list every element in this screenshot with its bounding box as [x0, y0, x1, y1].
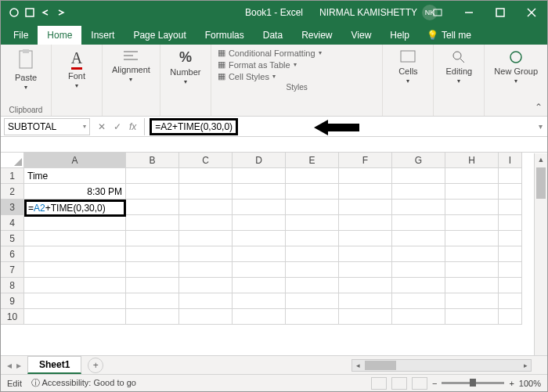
cell-E2[interactable]	[286, 184, 339, 200]
cell-D10[interactable]	[233, 309, 286, 325]
cell-F3[interactable]	[339, 200, 392, 215]
row-header-2[interactable]: 2	[1, 184, 24, 200]
fx-icon[interactable]: fx	[129, 121, 136, 132]
cell-A8[interactable]	[24, 278, 126, 293]
tab-data[interactable]: Data	[254, 26, 292, 45]
cell-A1[interactable]: Time	[24, 168, 126, 184]
cell-H4[interactable]	[445, 215, 499, 231]
cell-F8[interactable]	[339, 278, 392, 293]
cell-E10[interactable]	[286, 309, 339, 325]
expand-formula-bar-icon[interactable]: ▾	[539, 122, 543, 131]
scroll-left-icon[interactable]: ◂	[352, 361, 363, 369]
cell-B10[interactable]	[126, 309, 179, 325]
col-header-D[interactable]: D	[233, 153, 286, 168]
cell-C1[interactable]	[179, 168, 233, 184]
cell-A2[interactable]: 8:30 PM	[24, 184, 126, 200]
page-layout-view-button[interactable]	[391, 377, 407, 390]
cell-A3-editing[interactable]: =A2+TIME(0,30,0)	[24, 200, 126, 217]
tab-help[interactable]: Help	[380, 26, 419, 45]
cell-F10[interactable]	[339, 309, 392, 325]
cell-C9[interactable]	[179, 293, 233, 309]
cell-I10[interactable]	[499, 309, 522, 325]
enter-icon[interactable]: ✓	[114, 121, 121, 132]
tab-review[interactable]: Review	[292, 26, 341, 45]
cell-B1[interactable]	[126, 168, 179, 184]
cell-E3[interactable]	[286, 200, 339, 215]
cell-E5[interactable]	[286, 231, 339, 246]
col-header-G[interactable]: G	[392, 153, 445, 168]
cell-F2[interactable]	[339, 184, 392, 200]
cell-I1[interactable]	[499, 168, 522, 184]
close-button[interactable]	[516, 1, 547, 24]
cell-B4[interactable]	[126, 215, 179, 231]
cell-F6[interactable]	[339, 246, 392, 262]
tab-view[interactable]: View	[342, 26, 381, 45]
cell-G9[interactable]	[392, 293, 445, 309]
cell-H1[interactable]	[445, 168, 499, 184]
cell-B5[interactable]	[126, 231, 179, 246]
cell-B9[interactable]	[126, 293, 179, 309]
col-header-C[interactable]: C	[179, 153, 233, 168]
cell-E6[interactable]	[286, 246, 339, 262]
zoom-level[interactable]: 100%	[519, 379, 541, 388]
zoom-slider[interactable]	[442, 382, 504, 384]
maximize-button[interactable]	[485, 1, 516, 24]
cell-G5[interactable]	[392, 231, 445, 246]
format-as-table-button[interactable]: ▦Format as Table ▾	[218, 59, 376, 70]
cell-D6[interactable]	[233, 246, 286, 262]
cell-F1[interactable]	[339, 168, 392, 184]
cell-A7[interactable]	[24, 262, 126, 278]
accessibility-status[interactable]: ⓘ Accessibility: Good to go	[31, 377, 136, 389]
col-header-F[interactable]: F	[339, 153, 392, 168]
conditional-formatting-button[interactable]: ▦Conditional Formatting ▾	[218, 48, 376, 58]
prev-sheet-icon[interactable]: ◂	[7, 360, 12, 371]
cell-B8[interactable]	[126, 278, 179, 293]
cell-D5[interactable]	[233, 231, 286, 246]
zoom-out-button[interactable]: −	[432, 379, 437, 388]
redo-icon[interactable]	[54, 5, 68, 20]
cell-H9[interactable]	[445, 293, 499, 309]
undo-icon[interactable]	[38, 5, 52, 20]
row-header-5[interactable]: 5	[1, 231, 24, 246]
cell-B7[interactable]	[126, 262, 179, 278]
cell-H5[interactable]	[445, 231, 499, 246]
cell-E1[interactable]	[286, 168, 339, 184]
cell-G2[interactable]	[392, 184, 445, 200]
cell-D7[interactable]	[233, 262, 286, 278]
cell-G6[interactable]	[392, 246, 445, 262]
add-sheet-button[interactable]: +	[88, 358, 103, 373]
hscroll-thumb[interactable]	[365, 361, 396, 370]
cell-H10[interactable]	[445, 309, 499, 325]
col-header-I[interactable]: I	[499, 153, 522, 168]
cell-D1[interactable]	[233, 168, 286, 184]
row-header-9[interactable]: 9	[1, 293, 24, 309]
tell-me[interactable]: 💡 Tell me	[419, 26, 479, 45]
cell-E4[interactable]	[286, 215, 339, 231]
collapse-ribbon-icon[interactable]: ⌃	[535, 102, 543, 113]
cell-I4[interactable]	[499, 215, 522, 231]
cell-F9[interactable]	[339, 293, 392, 309]
cell-H2[interactable]	[445, 184, 499, 200]
select-all-button[interactable]	[1, 153, 24, 168]
save-icon[interactable]	[23, 5, 37, 20]
cell-G1[interactable]	[392, 168, 445, 184]
row-header-10[interactable]: 10	[1, 309, 24, 325]
cell-C4[interactable]	[179, 215, 233, 231]
cell-G3[interactable]	[392, 200, 445, 215]
cell-F7[interactable]	[339, 262, 392, 278]
row-header-3[interactable]: 3	[1, 200, 24, 215]
cell-E9[interactable]	[286, 293, 339, 309]
ribbon-options-button[interactable]	[422, 1, 453, 24]
cell-E7[interactable]	[286, 262, 339, 278]
cell-H3[interactable]	[445, 200, 499, 215]
cell-G4[interactable]	[392, 215, 445, 231]
cell-C7[interactable]	[179, 262, 233, 278]
sheet-nav[interactable]: ◂ ▸	[1, 360, 27, 371]
cell-D8[interactable]	[233, 278, 286, 293]
cell-D3[interactable]	[233, 200, 286, 215]
cell-E8[interactable]	[286, 278, 339, 293]
row-header-8[interactable]: 8	[1, 278, 24, 293]
scroll-right-icon[interactable]: ▸	[520, 361, 531, 369]
cells-button[interactable]: Cells ▾	[389, 48, 427, 86]
paste-button[interactable]: Paste ▾	[7, 48, 45, 92]
